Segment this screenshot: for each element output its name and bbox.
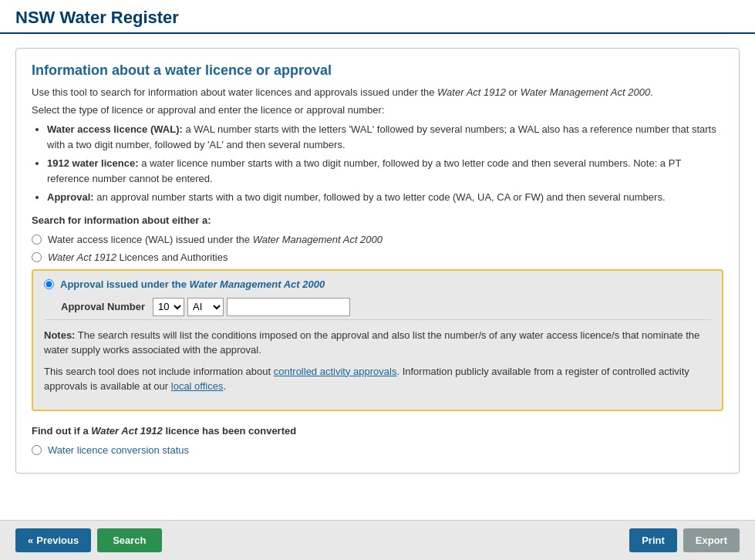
- radio-wa1912[interactable]: Water Act 1912 Licences and Authorities: [32, 251, 723, 263]
- radio-conversion[interactable]: Water licence conversion status: [32, 444, 723, 456]
- radio-approval-input[interactable]: [44, 279, 54, 289]
- approval-number-label: Approval Number: [61, 301, 145, 312]
- card: Information about a water licence or app…: [15, 48, 740, 474]
- approval-number-select1[interactable]: 10 20 30 40 50 60 70 80 90: [153, 298, 184, 316]
- previous-button[interactable]: « Previous: [15, 528, 91, 552]
- approval-number-text[interactable]: [227, 298, 350, 316]
- print-button[interactable]: Print: [629, 528, 677, 552]
- approval-number-row: Approval Number 10 20 30 40 50 60 70 80 …: [61, 298, 711, 316]
- approval-box: Approval issued under the Water Manageme…: [32, 269, 723, 411]
- export-button[interactable]: Export: [683, 528, 740, 552]
- radio-wal-label: Water access licence (WAL) issued under …: [48, 234, 383, 245]
- search-for-label: Search for information about either a:: [32, 214, 723, 226]
- search-button[interactable]: Search: [97, 528, 161, 552]
- main-content: Information about a water licence or app…: [0, 34, 755, 520]
- bullet-wal: Water access licence (WAL): a WAL number…: [47, 122, 723, 152]
- radio-conversion-label: Water licence conversion status: [48, 444, 189, 456]
- approval-box-title: Approval issued under the Water Manageme…: [60, 278, 325, 290]
- intro-text: Use this tool to search for information …: [32, 86, 723, 98]
- radio-wa1912-input[interactable]: [32, 252, 42, 262]
- radio-conversion-input[interactable]: [32, 445, 42, 455]
- radio-wal-input[interactable]: [32, 234, 42, 245]
- footer: « Previous Search Print Export: [0, 520, 755, 560]
- conversion-section: Find out if a Water Act 1912 licence has…: [32, 425, 723, 456]
- approval-box-header: Approval issued under the Water Manageme…: [44, 278, 711, 290]
- conversion-link-text: Water licence conversion status: [48, 444, 189, 456]
- radio-wa1912-label: Water Act 1912 Licences and Authorities: [48, 251, 228, 263]
- bullet-1912: 1912 water licence: a water licence numb…: [47, 156, 723, 186]
- card-title: Information about a water licence or app…: [32, 62, 723, 79]
- page-title: NSW Water Register: [15, 8, 740, 28]
- previous-label: Previous: [36, 535, 79, 546]
- notes-section: Notes: The search results will list the …: [44, 319, 711, 394]
- page-wrapper: NSW Water Register Information about a w…: [0, 0, 755, 560]
- approval-number-select2[interactable]: AI WA UA CA FW: [187, 298, 224, 316]
- bullet-list: Water access licence (WAL): a WAL number…: [47, 122, 723, 205]
- notes-para1: Notes: The search results will list the …: [44, 328, 711, 358]
- select-type-label: Select the type of licence or approval a…: [32, 104, 723, 116]
- footer-right: Print Export: [629, 528, 740, 552]
- double-chevron-left-icon: «: [28, 535, 33, 546]
- footer-left: « Previous Search: [15, 528, 162, 552]
- local-offices-link[interactable]: local offices: [171, 380, 224, 392]
- radio-wal[interactable]: Water access licence (WAL) issued under …: [32, 234, 723, 245]
- header: NSW Water Register: [0, 0, 755, 34]
- controlled-activity-approvals-link[interactable]: controlled activity approvals: [274, 366, 397, 377]
- notes-para2: This search tool does not include inform…: [44, 364, 711, 394]
- conversion-title: Find out if a Water Act 1912 licence has…: [32, 425, 723, 437]
- bullet-approval: Approval: an approval number starts with…: [47, 190, 723, 205]
